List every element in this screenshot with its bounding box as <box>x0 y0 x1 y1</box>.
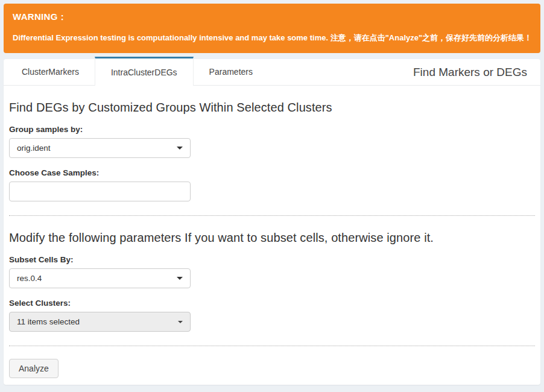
group-samples-value: orig.ident <box>17 144 51 153</box>
warning-banner: WARNING： Differential Expression testing… <box>4 4 540 53</box>
caret-down-icon <box>177 277 183 280</box>
case-samples-label: Choose Case Samples: <box>9 168 535 177</box>
heading-find-degs: Find DEGs by Customized Groups Within Se… <box>9 101 535 115</box>
warning-title: WARNING： <box>13 11 531 23</box>
caret-down-icon <box>177 147 183 150</box>
subset-cells-value: res.0.4 <box>17 274 42 283</box>
heading-modify-params: Modify the following parameters If you w… <box>9 231 535 245</box>
select-clusters-label: Select Clusters: <box>9 299 535 308</box>
select-clusters-multiselect[interactable]: 11 items selected <box>9 312 191 332</box>
tab-card: ClusterMarkers IntraClusterDEGs Paramete… <box>4 59 540 385</box>
tab-intraclusterdegs[interactable]: IntraClusterDEGs <box>95 57 194 86</box>
subset-cells-label: Subset Cells By: <box>9 255 535 264</box>
subset-cells-select[interactable]: res.0.4 <box>9 268 191 288</box>
page: WARNING： Differential Expression testing… <box>0 0 544 392</box>
tab-clustermarkers[interactable]: ClusterMarkers <box>6 58 95 85</box>
caret-down-icon <box>178 321 183 323</box>
divider <box>9 346 535 346</box>
case-samples-input[interactable] <box>17 182 183 201</box>
case-samples-input-wrap <box>9 182 191 201</box>
warning-message: Differential Expression testing is compu… <box>13 33 531 43</box>
tab-parameters[interactable]: Parameters <box>194 58 268 85</box>
tab-bar: ClusterMarkers IntraClusterDEGs Paramete… <box>4 59 540 86</box>
panel-title: Find Markers or DEGs <box>413 59 540 86</box>
analyze-button[interactable]: Analyze <box>9 359 59 378</box>
select-clusters-value: 11 items selected <box>17 317 80 326</box>
divider <box>9 215 535 216</box>
group-samples-label: Group samples by: <box>9 125 535 134</box>
group-samples-select[interactable]: orig.ident <box>9 138 191 158</box>
tab-content: Find DEGs by Customized Groups Within Se… <box>4 101 540 378</box>
